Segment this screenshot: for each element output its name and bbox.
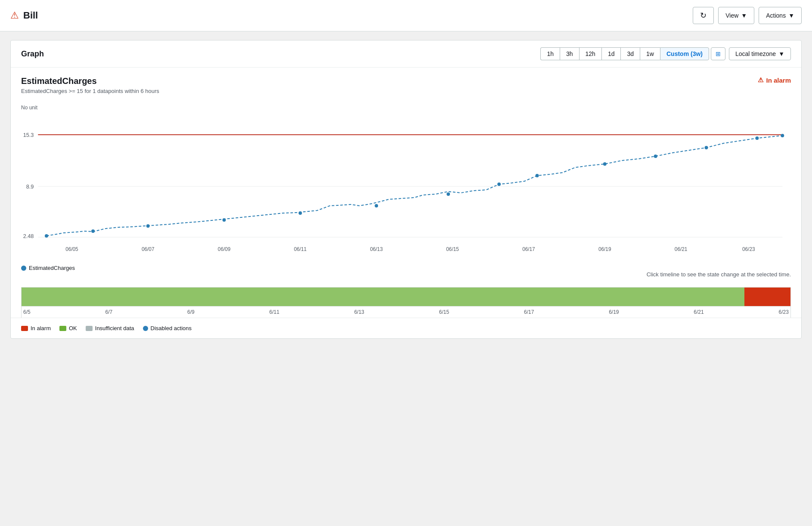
page-title: Bill	[23, 10, 38, 21]
graph-title: Graph	[21, 50, 44, 59]
timeline-label-1: 6/7	[105, 309, 113, 315]
svg-text:06/05: 06/05	[65, 246, 78, 252]
svg-point-20	[223, 218, 226, 222]
timeline-label-3: 6/11	[270, 309, 279, 315]
time-btn-1d[interactable]: 1d	[601, 47, 621, 60]
footer-legend-ok: OK	[59, 325, 77, 331]
time-btn-1w[interactable]: 1w	[640, 47, 660, 60]
warning-icon: ⚠	[10, 10, 19, 21]
timeline-label-2: 6/9	[187, 309, 195, 315]
svg-point-23	[446, 192, 450, 196]
actions-button[interactable]: Actions ▼	[759, 7, 802, 24]
svg-point-18	[91, 229, 95, 233]
metric-subtitle: EstimatedCharges >= 15 for 1 datapoints …	[21, 88, 159, 94]
metric-header: EstimatedCharges EstimatedCharges >= 15 …	[21, 76, 791, 94]
y-axis-label: No unit	[21, 105, 791, 111]
timezone-chevron-icon: ▼	[778, 50, 784, 57]
alarm-rect-icon	[21, 326, 28, 331]
alarm-badge: ⚠ In alarm	[758, 76, 791, 84]
timeline-axis: 6/5 6/7 6/9 6/11 6/13 6/15 6/17 6/19 6/2…	[21, 306, 791, 318]
timeline-alarm-bar	[744, 288, 790, 306]
footer-legend-alarm: In alarm	[21, 325, 51, 331]
svg-text:06/11: 06/11	[294, 246, 307, 252]
timeline-label-9: 6/23	[779, 309, 789, 315]
header: ⚠ Bill ↻ View ▼ Actions ▼	[0, 0, 812, 31]
graph-panel: Graph 1h 3h 12h 1d 3d 1w Custom (3w) ⊞ L…	[10, 40, 802, 339]
time-controls: 1h 3h 12h 1d 3d 1w Custom (3w) ⊞ Local t…	[540, 47, 791, 60]
insufficient-legend-label: Insufficient data	[95, 325, 134, 331]
timeline-bar-container[interactable]	[21, 287, 791, 306]
main-content: Graph 1h 3h 12h 1d 3d 1w Custom (3w) ⊞ L…	[0, 31, 812, 347]
chart-container: No unit 15.3 8.9 2.48	[21, 105, 791, 260]
legend-dot-estimated	[21, 266, 26, 271]
timeline-ok-bar	[22, 288, 744, 306]
time-btn-3d[interactable]: 3d	[620, 47, 640, 60]
footer-legend-insufficient: Insufficient data	[86, 325, 134, 331]
svg-point-21	[298, 211, 302, 215]
svg-text:2.48: 2.48	[23, 233, 34, 239]
svg-text:06/21: 06/21	[675, 246, 688, 252]
graph-header: Graph 1h 3h 12h 1d 3d 1w Custom (3w) ⊞ L…	[11, 40, 801, 68]
svg-text:06/15: 06/15	[446, 246, 459, 252]
view-label: View	[725, 12, 738, 19]
ok-legend-label: OK	[69, 325, 77, 331]
legend-label-estimated: EstimatedCharges	[29, 265, 75, 271]
metric-info: EstimatedCharges EstimatedCharges >= 15 …	[21, 76, 159, 94]
actions-label: Actions	[766, 12, 786, 19]
metric-title: EstimatedCharges	[21, 76, 159, 86]
svg-point-26	[603, 162, 607, 166]
disabled-legend-label: Disabled actions	[151, 325, 192, 331]
time-btn-3h[interactable]: 3h	[560, 47, 579, 60]
time-btn-1h[interactable]: 1h	[540, 47, 560, 60]
timeline-label-7: 6/19	[609, 309, 619, 315]
refresh-button[interactable]: ↻	[693, 7, 714, 24]
alarm-status-text: In alarm	[766, 77, 791, 84]
timezone-button[interactable]: Local timezone ▼	[729, 47, 791, 60]
svg-text:06/17: 06/17	[522, 246, 535, 252]
svg-text:06/23: 06/23	[742, 246, 755, 252]
ok-rect-icon	[59, 326, 66, 331]
insufficient-rect-icon	[86, 326, 93, 331]
svg-text:06/09: 06/09	[218, 246, 231, 252]
alarm-legend-label: In alarm	[31, 325, 51, 331]
header-left: ⚠ Bill	[10, 10, 38, 21]
chart-section: EstimatedCharges EstimatedCharges >= 15 …	[11, 68, 801, 287]
timezone-label: Local timezone	[735, 50, 776, 57]
timeline-label-4: 6/13	[354, 309, 364, 315]
view-chevron-icon: ▼	[741, 12, 747, 19]
chart-legend: EstimatedCharges	[21, 265, 791, 271]
timeline-label-5: 6/15	[439, 309, 449, 315]
svg-text:06/19: 06/19	[598, 246, 611, 252]
view-button[interactable]: View ▼	[718, 7, 754, 24]
svg-point-17	[45, 234, 48, 238]
time-btn-12h[interactable]: 12h	[579, 47, 601, 60]
footer-legend: In alarm OK Insufficient data Disabled a…	[11, 318, 801, 338]
timeline-label-0: 6/5	[23, 309, 31, 315]
svg-text:15.3: 15.3	[23, 132, 34, 138]
chart-svg[interactable]: 15.3 8.9 2.48 06/05 06/07 06/09 06	[21, 113, 791, 260]
svg-point-19	[146, 224, 150, 228]
timeline-label-8: 6/21	[694, 309, 704, 315]
timeline-section: 6/5 6/7 6/9 6/11 6/13 6/15 6/17 6/19 6/2…	[11, 287, 801, 318]
calendar-button[interactable]: ⊞	[711, 47, 725, 60]
header-actions: ↻ View ▼ Actions ▼	[693, 7, 802, 24]
svg-point-30	[781, 134, 784, 137]
page-wrapper: ⚠ Bill ↻ View ▼ Actions ▼ Graph 1h	[0, 0, 812, 526]
svg-text:06/13: 06/13	[370, 246, 383, 252]
disabled-circle-icon	[143, 326, 148, 331]
svg-point-29	[755, 136, 759, 140]
svg-point-28	[705, 146, 708, 149]
svg-point-22	[375, 204, 378, 207]
footer-legend-disabled: Disabled actions	[143, 325, 192, 331]
svg-text:8.9: 8.9	[26, 183, 34, 190]
timeline-label-6: 6/17	[524, 309, 534, 315]
actions-chevron-icon: ▼	[788, 12, 794, 19]
svg-point-24	[497, 183, 501, 186]
svg-point-25	[536, 174, 539, 177]
refresh-icon: ↻	[700, 11, 707, 20]
alarm-warning-icon: ⚠	[758, 76, 763, 84]
time-btn-custom[interactable]: Custom (3w)	[660, 47, 709, 60]
svg-point-27	[654, 155, 657, 158]
svg-text:06/07: 06/07	[142, 246, 154, 252]
timeline-hint: Click timeline to see the state change a…	[21, 271, 791, 278]
